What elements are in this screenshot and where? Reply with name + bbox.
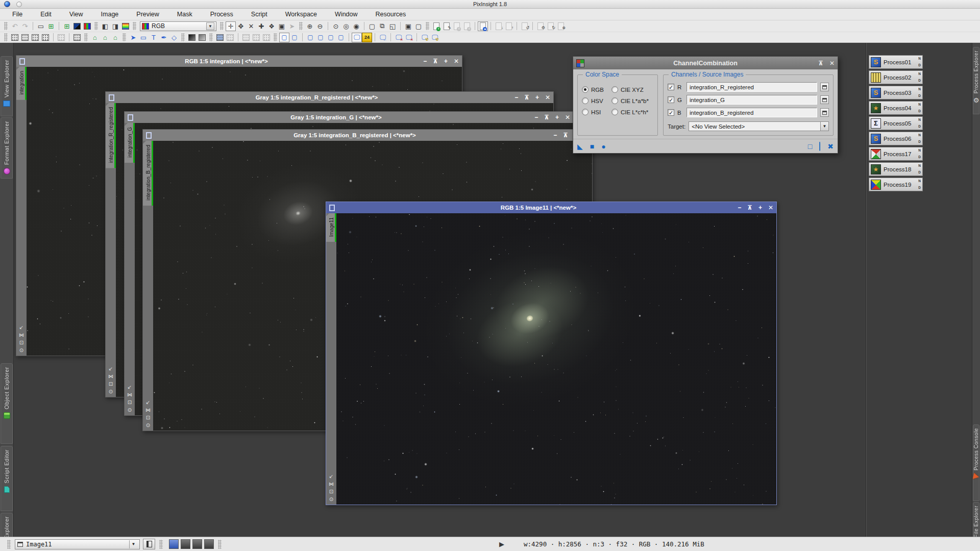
add-process-icon[interactable]: + [452,21,462,31]
stf-gray-icon[interactable] [225,33,235,42]
select-view-button[interactable] [820,95,829,104]
select-view-button[interactable] [820,108,829,117]
invert-image-icon[interactable]: ◧ [100,21,110,31]
strip-thumbnail-icon[interactable]: ⊡ [128,399,132,405]
strip-zoom-icon[interactable]: ⋈ [108,373,113,379]
window-minimize-button[interactable]: − [738,202,741,213]
stf-2-icon[interactable] [251,33,261,42]
export-process-icon[interactable]: ↑ [504,21,514,31]
window-zoom-button[interactable]: + [555,112,559,123]
dock-section-process-explorer[interactable]: Process Explorer⚙ [973,47,979,114]
screen-main-icon[interactable]: 🖵 [352,33,362,42]
revert-process-icon[interactable]: ↺ [520,21,530,31]
window-shade-button[interactable]: ⊼ [433,56,438,67]
stf-1-icon[interactable] [241,33,251,42]
apply-global-icon[interactable]: ■ [590,142,594,151]
play-icon[interactable]: ▶ [499,540,504,548]
window-minimize-button[interactable]: − [423,56,427,67]
lut-gray-icon[interactable] [197,33,207,42]
radio-cie-l-c-h-[interactable]: CIE L*c*h* [611,109,653,115]
window-shade-button[interactable]: ⊼ [524,92,529,103]
combobox-arrow-icon[interactable]: ▼ [206,22,214,30]
process-button-process06[interactable]: SProcess06ND [869,132,923,145]
apply-icon[interactable]: ◣ [577,142,583,151]
window-titlebar[interactable]: RGB 1:5 Image11 | <*new*>−⊼+✕ [326,202,776,213]
process-close-icon[interactable]: ⊗ [556,21,566,31]
caution-window-icon[interactable]: 🖵☢ [420,33,430,42]
strip-thumbnail-icon[interactable]: ⊡ [109,381,113,387]
channel-source-field-r[interactable] [687,82,817,92]
redo-icon[interactable]: ↷ [20,21,30,31]
realtime-preview-icon[interactable]: ● [601,142,605,151]
fill-view-icon[interactable]: ◉ [351,21,361,31]
import-process-icon[interactable]: ↓ [494,21,504,31]
image-window-image11[interactable]: RGB 1:5 Image11 | <*new*>−⊼+✕Image11↙⋈⊡⊙ [326,202,777,505]
strip-resize-icon[interactable]: ↙ [146,399,150,405]
explorer-home-1-icon[interactable]: ⌂ [90,33,100,42]
new-process-icon[interactable]: + [431,21,442,31]
strip-resize-icon[interactable]: ↙ [19,324,23,330]
strip-resize-icon[interactable]: ↙ [128,384,132,390]
radio-button-icon[interactable] [582,86,589,93]
stf-blue-icon[interactable] [215,33,225,42]
window-tile-2-icon[interactable]: ▢ [289,33,300,42]
menu-mask[interactable]: Mask [175,10,194,19]
process-reload-icon[interactable]: ↻ [546,21,556,31]
window-titlebar[interactable]: RGB 1:5 integration | <*new*>−⊼+✕ [16,56,462,67]
workspace-selector-4[interactable] [204,539,214,549]
window-titlebar[interactable]: Gray 1:5 integration_G | <*new*>−⊼+✕ [125,112,573,123]
dock-section-format-explorer[interactable]: Format Explorer [1,117,13,179]
stf-3-icon[interactable] [261,33,272,42]
annotate-pointer-icon[interactable]: ➤ [128,33,138,42]
window-titlebar[interactable]: Gray 1:5 integration_B_registered | <*ne… [143,130,592,141]
goto-preview-icon[interactable]: ◱ [387,21,398,31]
window-titlebar[interactable]: Gray 1:5 integration_R_registered | <*ne… [106,92,553,103]
move-mode-icon[interactable]: ✚ [256,21,266,31]
target-combo-arrow-icon[interactable]: ▼ [820,121,829,131]
window-tile-1-icon[interactable]: ▢ [279,33,289,42]
zoom-in-icon[interactable]: ⊕ [305,21,315,31]
channel-source-field-b[interactable] [687,108,817,117]
view-tab[interactable]: Image11 [326,213,336,242]
view-selector-arrow-icon[interactable]: ▼ [129,540,137,548]
strip-center-icon[interactable]: ⊙ [146,422,150,428]
workspace-arrange-icon[interactable] [72,33,82,42]
add-all-processes-icon[interactable]: + [462,21,472,31]
image-canvas[interactable] [336,213,776,505]
process-button-process18[interactable]: Process18ND [869,162,923,176]
radio-button-icon[interactable] [611,109,618,115]
fit-view-icon[interactable]: ◎ [341,21,351,31]
window-shade-icon[interactable]: ▢ [336,33,346,42]
maximize-window-icon[interactable]: ▣ [403,21,413,31]
mask-toggle-icon[interactable]: ◨ [110,21,120,31]
workspace-dim-icon[interactable] [56,33,66,42]
pointer-icon[interactable]: ➤ [287,21,297,31]
annotate-text-icon[interactable]: T [149,33,159,42]
window-expand-icon[interactable]: ▢ [315,33,326,42]
channel-source-field-g[interactable] [687,95,817,105]
color-image-icon[interactable] [82,21,92,31]
view-tab[interactable]: integration_G [125,123,135,163]
workspace-selector-3[interactable] [192,539,202,549]
strip-thumbnail-icon[interactable]: ⊡ [146,415,150,420]
view-tab[interactable]: integration [16,67,27,100]
channel-checkbox-b[interactable]: ✓ [668,109,674,116]
annotate-rect-icon[interactable]: ▭ [138,33,149,42]
window-shade-button[interactable]: ⊼ [747,202,752,213]
strip-center-icon[interactable]: ⊙ [19,347,23,353]
window-zoom-button[interactable]: + [758,202,762,213]
menu-script[interactable]: Script [249,10,270,19]
center-mode-icon[interactable]: ❖ [266,21,277,31]
screen-transfer-icon[interactable] [72,21,82,31]
channel-checkbox-g[interactable]: ✓ [668,96,674,103]
strip-center-icon[interactable]: ⊙ [329,496,333,502]
browse-documentation-icon[interactable]: ● [478,21,488,31]
workspace-2-icon[interactable] [20,33,30,42]
dialog-close-button[interactable]: ✕ [829,60,835,67]
workspace-selector-1[interactable] [169,539,179,549]
workspace-selector-2[interactable] [181,539,190,549]
window-minimize-button[interactable]: − [514,92,518,103]
process-button-process02[interactable]: Process02ND [869,70,923,84]
process-button-process17[interactable]: Process17ND [869,147,923,161]
annotate-pen-icon[interactable]: ✒ [159,33,169,42]
